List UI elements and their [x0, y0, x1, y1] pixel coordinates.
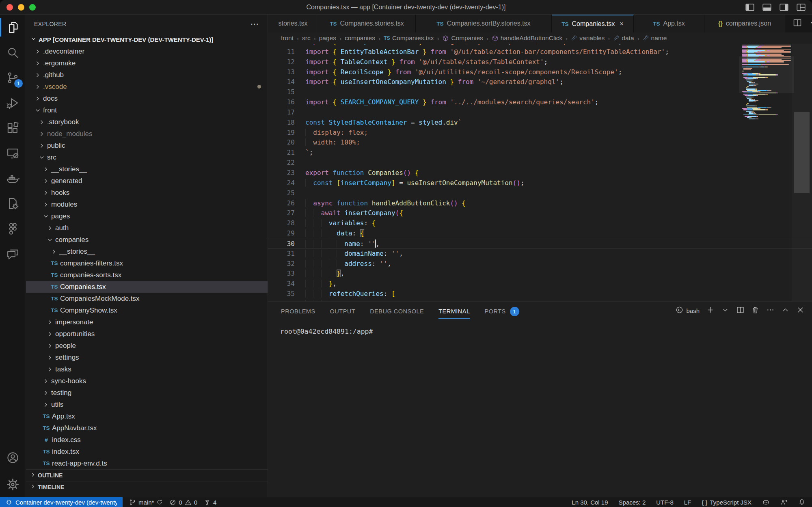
code-line-35[interactable]: 35 refetchQueries: [: [268, 289, 812, 299]
more-icon[interactable]: [766, 306, 775, 315]
activity-docker-icon[interactable]: [0, 166, 26, 191]
panel-left-icon[interactable]: [745, 2, 755, 13]
panel-tab-problems[interactable]: PROBLEMS: [281, 302, 315, 321]
copilot-icon[interactable]: [762, 498, 770, 506]
breadcrumb-item-companies.tsx[interactable]: TSCompanies.tsx: [384, 35, 434, 42]
tree-file-app.tsx[interactable]: TSApp.tsx: [26, 410, 268, 422]
tree-folder-node-modules[interactable]: node_modules: [26, 128, 268, 140]
tree-folder-.ergomake[interactable]: .ergomake: [26, 57, 268, 69]
panel-tab-terminal[interactable]: TERMINAL: [438, 302, 470, 321]
split-terminal-icon[interactable]: [736, 306, 745, 315]
code-editor[interactable]: 10import { WithTopBarContainer } from '@…: [268, 44, 812, 301]
breadcrumb-item-companies[interactable]: companies: [345, 35, 375, 42]
tree-file-index.tsx[interactable]: TSindex.tsx: [26, 446, 268, 457]
activity-comments-icon[interactable]: [0, 241, 26, 266]
code-line-17[interactable]: 17: [268, 108, 812, 118]
terminal-output[interactable]: root@0a42ecd84891:/app#: [268, 321, 812, 335]
tree-folder-pages[interactable]: pages: [26, 210, 268, 222]
tree-folder-src[interactable]: src: [26, 151, 268, 163]
tree-file-appnavbar.tsx[interactable]: TSAppNavbar.tsx: [26, 422, 268, 434]
sidebar-section-timeline[interactable]: TIMELINE: [26, 481, 268, 493]
code-line-14[interactable]: 14import { useInsertOneCompanyMutation }…: [268, 77, 812, 87]
code-line-32[interactable]: 32 address: '',: [268, 259, 812, 269]
cursor-position[interactable]: Ln 30, Col 19: [572, 499, 608, 506]
code-line-23[interactable]: 23export function Companies() {: [268, 168, 812, 178]
tree-folder-testing[interactable]: testing: [26, 387, 268, 399]
code-line-26[interactable]: 26 async function handleAddButtonClick()…: [268, 198, 812, 209]
tree-folder-.devcontainer[interactable]: .devcontainer: [26, 45, 268, 57]
tree-folder-.vscode[interactable]: .vscode: [26, 81, 268, 93]
problems-indicator[interactable]: 0 0: [169, 499, 197, 506]
panel-right-icon[interactable]: [779, 2, 789, 13]
launch-profile-icon[interactable]: [721, 306, 730, 315]
kill-terminal-icon[interactable]: [751, 306, 760, 315]
code-line-28[interactable]: 28 variables: {: [268, 218, 812, 229]
activity-explorer-icon[interactable]: [0, 15, 26, 40]
activity-settings-icon[interactable]: [0, 472, 26, 497]
encoding-setting[interactable]: UTF-8: [656, 499, 674, 506]
breadcrumb-item-companies[interactable]: Companies: [442, 35, 483, 42]
tree-folder-modules[interactable]: modules: [26, 198, 268, 210]
tree-folder-hooks[interactable]: hooks: [26, 187, 268, 198]
tree-folder--stories-[interactable]: __stories__: [26, 163, 268, 175]
language-mode[interactable]: { } TypeScript JSX: [702, 499, 752, 506]
layout-grid-icon[interactable]: [796, 2, 806, 13]
panel-bottom-icon[interactable]: [762, 2, 772, 13]
code-line-30[interactable]: 30 name: '',: [268, 239, 812, 249]
editor-tab-companies.sortby.stories.tsx[interactable]: TSCompanies.sortBy.stories.tsx: [416, 15, 552, 32]
breadcrumb-item-front[interactable]: front: [281, 35, 294, 42]
indentation-setting[interactable]: Spaces: 2: [619, 499, 646, 506]
tree-folder-companies[interactable]: companies: [26, 234, 268, 246]
editor-scrollbar[interactable]: [794, 112, 810, 193]
activity-source-control-icon[interactable]: 1: [0, 65, 26, 90]
activity-dev-container-icon[interactable]: [0, 191, 26, 216]
eol-setting[interactable]: LF: [684, 499, 691, 506]
tree-folder-utils[interactable]: utils: [26, 399, 268, 410]
branch-indicator[interactable]: main*: [129, 499, 163, 506]
split-editor-icon[interactable]: [793, 18, 802, 29]
tree-folder-sync-hooks[interactable]: sync-hooks: [26, 375, 268, 387]
tree-folder-impersonate[interactable]: impersonate: [26, 316, 268, 328]
activity-extensions-icon[interactable]: [0, 115, 26, 140]
code-line-18[interactable]: 18const StyledTableContainer = styled.di…: [268, 118, 812, 128]
tree-folder--stories-[interactable]: __stories__: [26, 246, 268, 257]
tree-folder-tasks[interactable]: tasks: [26, 363, 268, 375]
tree-folder-settings[interactable]: settings: [26, 352, 268, 363]
editor-tab-companies.json[interactable]: {}companies.json: [704, 15, 785, 32]
code-line-16[interactable]: 16import { SEARCH_COMPANY_QUERY } from '…: [268, 97, 812, 108]
code-line-34[interactable]: 34 },: [268, 279, 812, 289]
code-line-20[interactable]: 20 width: 100%;: [268, 138, 812, 148]
breadcrumb-item-name[interactable]: name: [643, 35, 667, 42]
code-line-22[interactable]: 22: [268, 158, 812, 168]
sidebar-section-outline[interactable]: OUTLINE: [26, 469, 268, 481]
code-line-21[interactable]: 21`;: [268, 148, 812, 158]
maximize-panel-icon[interactable]: [781, 306, 790, 315]
editor-tab-app.tsx[interactable]: TSApp.tsx: [634, 15, 704, 32]
tree-folder-auth[interactable]: auth: [26, 222, 268, 234]
code-line-25[interactable]: 25: [268, 188, 812, 198]
close-panel-icon[interactable]: [796, 306, 805, 315]
code-line-12[interactable]: 12import { TableContext } from '@/ui/tab…: [268, 57, 812, 67]
shell-selector[interactable]: bash: [676, 306, 700, 315]
workspace-section-header[interactable]: APP [CONTAINER DEV-TWENTY-DEV (DEV-TWENT…: [26, 33, 268, 45]
breadcrumb-item-pages[interactable]: pages: [319, 35, 336, 42]
tree-file-companies-sorts.tsx[interactable]: TScompanies-sorts.tsx: [26, 269, 268, 281]
code-line-33[interactable]: 33 },: [268, 269, 812, 279]
tree-folder-.github[interactable]: .github: [26, 69, 268, 81]
activity-run-debug-icon[interactable]: [0, 90, 26, 115]
code-line-27[interactable]: 27 await insertCompany({: [268, 208, 812, 218]
close-tab-icon[interactable]: ×: [620, 20, 623, 28]
explorer-more-icon[interactable]: ⋯: [251, 19, 259, 29]
panel-tab-debug-console[interactable]: DEBUG CONSOLE: [370, 302, 424, 321]
code-line-13[interactable]: 13import { RecoilScope } from '@/ui/util…: [268, 67, 812, 78]
panel-tab-output[interactable]: OUTPUT: [330, 302, 356, 321]
tree-file-companiesmockmode.tsx[interactable]: TSCompaniesMockMode.tsx: [26, 293, 268, 304]
activity-account-icon[interactable]: [0, 445, 26, 470]
tree-folder-opportunities[interactable]: opportunities: [26, 328, 268, 340]
code-line-10[interactable]: 10import { WithTopBarContainer } from '@…: [268, 44, 812, 47]
breadcrumb-item-data[interactable]: data: [613, 35, 634, 42]
feedback-icon[interactable]: [780, 498, 788, 506]
tree-file-index.css[interactable]: #index.css: [26, 434, 268, 446]
more-icon[interactable]: [810, 18, 812, 29]
tree-folder-front[interactable]: front: [26, 104, 268, 116]
